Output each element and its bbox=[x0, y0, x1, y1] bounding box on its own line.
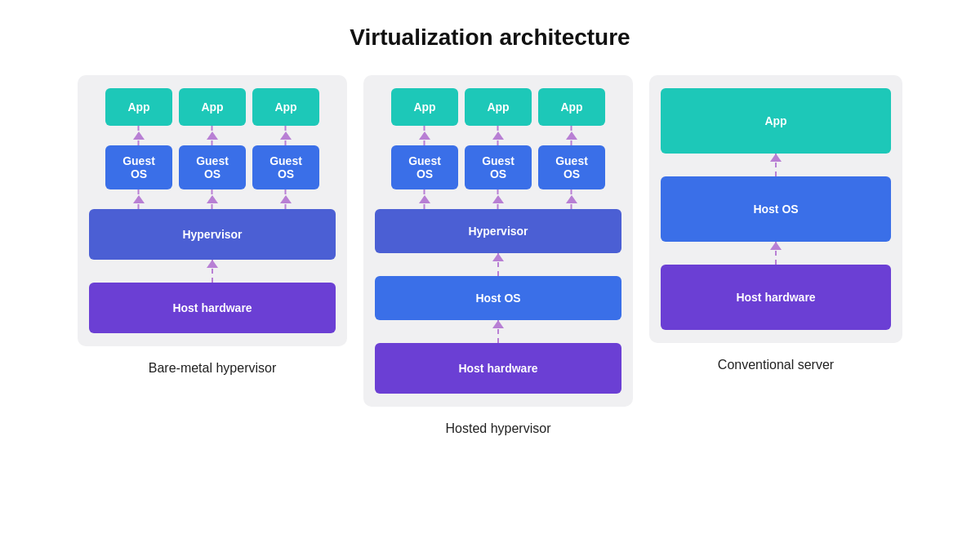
arrow-app-hostos-c bbox=[661, 154, 891, 176]
arrow-triangle-h4 bbox=[419, 195, 430, 203]
hosted-box: App App App GuestOS GuestOS G bbox=[363, 75, 633, 407]
host-hardware-c-block: Host hardware bbox=[661, 265, 891, 330]
arrow-hypervisor-hostos-h bbox=[375, 253, 621, 276]
guestos-row: GuestOS GuestOS GuestOS bbox=[105, 145, 319, 189]
app-row: App App App bbox=[105, 88, 319, 126]
guestos-h-block-1: GuestOS bbox=[391, 145, 458, 189]
arrow-triangle-2 bbox=[207, 131, 218, 140]
arrow-slot-2 bbox=[179, 126, 246, 145]
hostos-c-block: Host OS bbox=[661, 176, 891, 242]
arrow-slot-h1 bbox=[391, 126, 458, 145]
arrow-slot-5 bbox=[179, 189, 246, 209]
guestos-block-3: GuestOS bbox=[252, 145, 319, 189]
arrow-triangle-7 bbox=[207, 260, 218, 268]
host-hardware-block: Host hardware bbox=[89, 283, 336, 333]
app-h-block-3: App bbox=[538, 88, 605, 126]
arrow-slot-4 bbox=[105, 189, 172, 209]
bare-metal-label: Bare-metal hypervisor bbox=[149, 361, 277, 376]
guestos-row-hosted: GuestOS GuestOS GuestOS bbox=[391, 145, 605, 189]
arrow-triangle-c1 bbox=[770, 154, 782, 162]
arrow-triangle-3 bbox=[280, 131, 292, 140]
arrow-triangle-h7 bbox=[492, 253, 504, 261]
arrows-guestos-hypervisor-h bbox=[391, 189, 605, 209]
arrow-slot-h2 bbox=[465, 126, 532, 145]
arrow-hostos-hardware-c bbox=[661, 242, 891, 265]
arrow-slot-3 bbox=[252, 126, 319, 145]
arrow-triangle-h1 bbox=[419, 131, 430, 140]
arrow-triangle-c2 bbox=[770, 242, 782, 250]
app-c-block: App bbox=[661, 88, 891, 154]
hostos-h-block: Host OS bbox=[375, 276, 621, 320]
arrow-slot-h4 bbox=[391, 189, 458, 209]
diagram-bare-metal: App App App GuestOS GuestOS G bbox=[78, 75, 347, 376]
arrow-hypervisor-hardware bbox=[89, 260, 336, 283]
arrow-slot-h5 bbox=[465, 189, 532, 209]
arrow-slot-6 bbox=[252, 189, 319, 209]
hypervisor-block: Hypervisor bbox=[89, 209, 336, 260]
arrow-triangle-h2 bbox=[492, 131, 504, 140]
hosted-label: Hosted hypervisor bbox=[446, 421, 551, 436]
conventional-box: App Host OS Host hardware bbox=[649, 75, 902, 343]
arrow-slot-1 bbox=[105, 126, 172, 145]
guestos-block-1: GuestOS bbox=[105, 145, 172, 189]
arrows-app-guestos-h bbox=[391, 126, 605, 145]
guestos-h-block-2: GuestOS bbox=[465, 145, 532, 189]
guestos-h-block-3: GuestOS bbox=[538, 145, 605, 189]
app-row-hosted: App App App bbox=[391, 88, 605, 126]
arrow-triangle-h5 bbox=[492, 195, 504, 203]
app-h-block-2: App bbox=[465, 88, 532, 126]
bare-metal-box: App App App GuestOS GuestOS G bbox=[78, 75, 347, 346]
diagram-hosted: App App App GuestOS GuestOS G bbox=[363, 75, 633, 436]
arrows-app-guestos bbox=[105, 126, 319, 145]
guestos-block-2: GuestOS bbox=[179, 145, 246, 189]
arrows-guestos-hypervisor bbox=[105, 189, 319, 209]
arrow-triangle-4 bbox=[133, 195, 145, 203]
arrow-triangle-h8 bbox=[492, 320, 504, 328]
arrow-slot-h3 bbox=[538, 126, 605, 145]
diagram-conventional: App Host OS Host hardware Conventional s… bbox=[649, 75, 902, 372]
arrow-triangle-h3 bbox=[566, 131, 577, 140]
arrow-triangle-1 bbox=[133, 131, 145, 140]
conventional-label: Conventional server bbox=[718, 358, 834, 372]
arrow-hostos-hardware-h bbox=[375, 320, 621, 343]
app-h-block-1: App bbox=[391, 88, 458, 126]
arrow-triangle-h6 bbox=[566, 195, 577, 203]
page-title: Virtualization architecture bbox=[350, 24, 630, 51]
arrow-slot-h6 bbox=[538, 189, 605, 209]
app-block-1: App bbox=[105, 88, 172, 126]
hypervisor-h-block: Hypervisor bbox=[375, 209, 621, 253]
app-block-3: App bbox=[252, 88, 319, 126]
arrow-triangle-6 bbox=[280, 195, 292, 203]
app-block-2: App bbox=[179, 88, 246, 126]
host-hardware-h-block: Host hardware bbox=[375, 343, 621, 394]
arrow-triangle-5 bbox=[207, 195, 218, 203]
diagrams-row: App App App GuestOS GuestOS G bbox=[16, 75, 964, 436]
